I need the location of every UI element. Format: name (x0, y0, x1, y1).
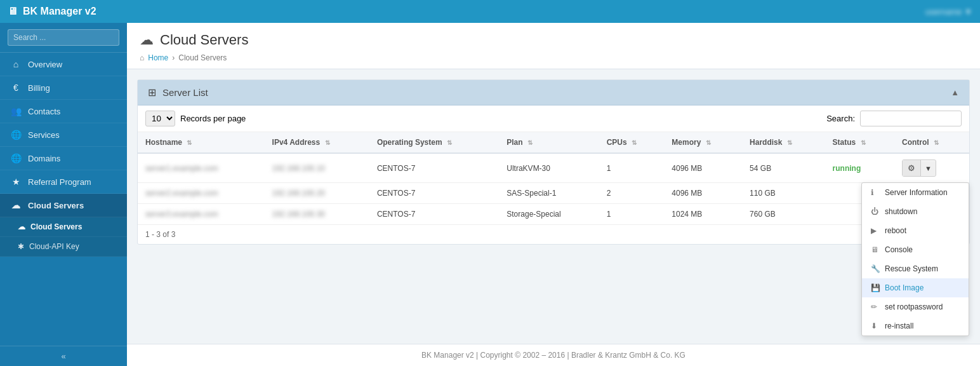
col-control: Control ⇅ (894, 132, 969, 153)
dropdown-item-shutdown[interactable]: ⏻ shutdown (862, 202, 969, 221)
sort-icon-harddisk[interactable]: ⇅ (787, 139, 792, 146)
topbar: 🖥 BK Manager v2 username ▼ (0, 0, 980, 23)
info-icon: ℹ (871, 188, 880, 197)
sort-icon-ipv4[interactable]: ⇅ (325, 139, 330, 146)
sidebar-item-services[interactable]: 🌐 Services (0, 123, 127, 147)
cell-memory-3: 1024 MB (664, 204, 742, 225)
sidebar-item-domains[interactable]: 🌐 Domains (0, 147, 127, 170)
sort-icon-cpus[interactable]: ⇅ (632, 139, 637, 146)
sort-icon-control[interactable]: ⇅ (934, 139, 939, 146)
dropdown-item-reboot[interactable]: ▶ reboot (862, 221, 969, 240)
cell-harddisk-1: 54 GB (742, 153, 824, 183)
dropdown-item-console[interactable]: 🖥 Console (862, 240, 969, 259)
reboot-icon: ▶ (871, 226, 880, 235)
gear-icon[interactable]: ⚙ (903, 160, 921, 176)
page-header: ☁ Cloud Servers ⌂ Home › Cloud Servers (127, 23, 980, 69)
section-title: ⊞ Server List (148, 86, 208, 98)
table-footer: 1 - 3 of 3 next → (138, 225, 969, 244)
col-harddisk: Harddisk ⇅ (742, 132, 824, 153)
cell-ipv4-2: 192.168.100.20 (265, 183, 369, 204)
cell-plan-2: SAS-Special-1 (499, 183, 599, 204)
table-row: server3.example.com 192.168.100.30 CENTO… (138, 204, 969, 225)
dropdown-label-server-info: Server Information (885, 188, 948, 197)
page-footer: BK Manager v2 | Copyright © 2002 – 2016 … (127, 344, 980, 366)
sidebar-search-container (0, 23, 127, 53)
billing-icon: € (10, 83, 22, 93)
breadcrumb-separator: › (172, 53, 175, 62)
footer-text: BK Manager v2 | Copyright © 2002 – 2016 … (421, 351, 685, 360)
dropdown-item-server-info[interactable]: ℹ Server Information (862, 183, 969, 202)
section-title-text: Server List (162, 87, 208, 98)
dropdown-item-reinstall[interactable]: ⬇ re-install (862, 316, 969, 336)
sidebar-item-referral[interactable]: ★ Referral Program (0, 170, 127, 194)
cloud-sub-icon: ☁ (18, 222, 25, 231)
section-header: ⊞ Server List ▲ (138, 80, 969, 105)
services-icon: 🌐 (10, 130, 22, 140)
cell-harddisk-3: 760 GB (742, 204, 824, 225)
table-wrapper: Hostname ⇅ IPv4 Address ⇅ Operating Syst… (138, 132, 969, 225)
sidebar-item-label-cloud-servers: Cloud Servers (28, 201, 84, 210)
table-icon: ⊞ (148, 86, 156, 98)
cell-plan-1: UltraKVM-30 (499, 153, 599, 183)
sidebar-nav: ⌂ Overview € Billing 👥 Contacts 🌐 Servic… (0, 53, 127, 346)
sidebar-item-overview[interactable]: ⌂ Overview (0, 53, 127, 76)
sidebar-subitem-label-cloud-servers: Cloud Servers (30, 222, 82, 231)
sidebar-subitem-cloud-servers[interactable]: ☁ Cloud Servers (0, 217, 127, 237)
records-per-page-container: 10 25 50 Records per page (145, 111, 246, 126)
table-search-container: Search: (826, 111, 962, 126)
breadcrumb-current: Cloud Servers (178, 53, 227, 62)
search-input[interactable] (8, 29, 119, 46)
section-collapse-button[interactable]: ▲ (951, 88, 959, 97)
dropdown-label-console: Console (885, 245, 913, 254)
sort-icon-memory[interactable]: ⇅ (706, 139, 711, 146)
dropdown-arrow[interactable]: ▼ (921, 161, 936, 175)
servers-table: Hostname ⇅ IPv4 Address ⇅ Operating Syst… (138, 132, 969, 225)
dropdown-item-rootpassword[interactable]: ✏ set rootpassword (862, 297, 969, 316)
col-os: Operating System ⇅ (369, 132, 499, 153)
records-per-page-select[interactable]: 10 25 50 (145, 111, 175, 126)
dropdown-item-boot-image[interactable]: 💾 Boot Image (862, 278, 969, 297)
cell-plan-3: Storage-Special (499, 204, 599, 225)
cloud-servers-icon: ☁ (10, 200, 22, 210)
cell-memory-1: 4096 MB (664, 153, 742, 183)
topbar-user[interactable]: username ▼ (925, 7, 972, 17)
app-title-group: 🖥 BK Manager v2 (8, 6, 96, 17)
cell-hostname-3: server3.example.com (138, 204, 265, 225)
monitor-icon: 🖥 (8, 6, 18, 17)
api-key-icon: ✱ (18, 242, 24, 251)
col-plan: Plan ⇅ (499, 132, 599, 153)
sidebar-item-billing[interactable]: € Billing (0, 76, 127, 100)
table-search-input[interactable] (860, 111, 962, 126)
table-search-label: Search: (826, 114, 855, 123)
referral-icon: ★ (10, 177, 22, 187)
sidebar: ⌂ Overview € Billing 👥 Contacts 🌐 Servic… (0, 23, 127, 366)
sidebar-item-contacts[interactable]: 👥 Contacts (0, 100, 127, 123)
sidebar-collapse-button[interactable]: « (0, 346, 127, 366)
sidebar-item-label-domains: Domains (28, 154, 60, 163)
sort-icon-hostname[interactable]: ⇅ (187, 139, 192, 146)
sort-icon-status[interactable]: ⇅ (861, 139, 866, 146)
app-title: BK Manager v2 (23, 6, 96, 17)
collapse-icon: « (61, 351, 65, 361)
home-icon: ⌂ (10, 59, 22, 69)
page-cloud-icon: ☁ (140, 32, 154, 48)
sidebar-subitem-cloud-api-key[interactable]: ✱ Cloud-API Key (0, 237, 127, 257)
console-icon: 🖥 (871, 245, 880, 254)
cell-ipv4-1: 192.168.100.10 (265, 153, 369, 183)
breadcrumb-home-link[interactable]: Home (148, 53, 168, 62)
records-per-page-label: Records per page (180, 114, 246, 123)
dropdown-label-shutdown: shutdown (885, 207, 917, 216)
cell-cpus-3: 1 (599, 204, 665, 225)
col-cpus: CPUs ⇅ (599, 132, 665, 153)
sidebar-item-cloud-servers[interactable]: ☁ Cloud Servers (0, 194, 127, 217)
cell-os-2: CENTOS-7 (369, 183, 499, 204)
col-status: Status ⇅ (825, 132, 894, 153)
sidebar-item-label-billing: Billing (28, 83, 50, 93)
dropdown-item-rescue[interactable]: 🔧 Rescue System (862, 259, 969, 278)
page-title: Cloud Servers (160, 32, 248, 48)
control-button-1[interactable]: ⚙ ▼ (902, 159, 936, 177)
cell-status-1: running (825, 153, 894, 183)
sort-icon-plan[interactable]: ⇅ (527, 139, 533, 146)
sort-icon-os[interactable]: ⇅ (447, 139, 452, 146)
cell-control-1[interactable]: ⚙ ▼ ℹ Server Information (894, 153, 969, 183)
